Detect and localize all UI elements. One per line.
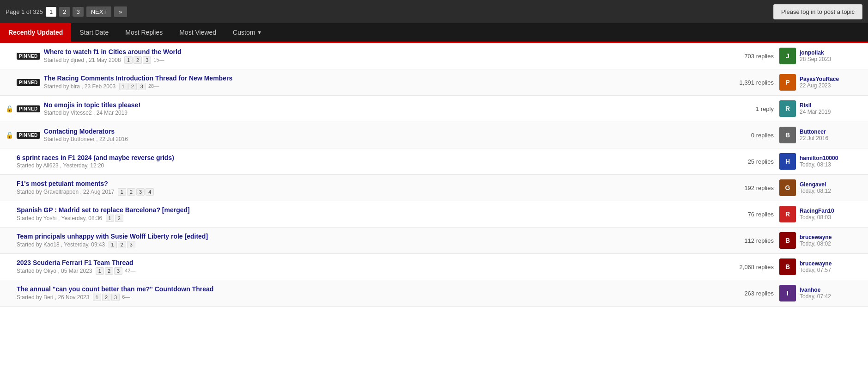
topic-info: 2023 Scuderia Ferrari F1 Team Thread Sta… — [17, 259, 137, 275]
topic-page-btn[interactable]: 2 — [134, 56, 142, 64]
reply-count: 263 replies — [732, 290, 774, 297]
reply-count: 1 reply — [732, 105, 774, 112]
topic-page-btn[interactable]: 1 — [118, 188, 126, 196]
topic-right: 263 replies I Ivanhoe Today, 07:42 — [732, 285, 862, 301]
page-2-button[interactable]: 2 — [59, 7, 70, 17]
topic-title[interactable]: Contacting Moderators — [44, 128, 115, 135]
topic-page-btn[interactable]: 2 — [115, 215, 123, 222]
user-details: RacingFan10 Today, 08:03 — [800, 208, 834, 221]
topic-author: Vitesse2 — [71, 110, 92, 116]
topic-title[interactable]: The annual "can you count better than me… — [17, 285, 213, 293]
topic-info: No emojis in topic titles please! Starte… — [44, 101, 140, 116]
username[interactable]: Buttoneer — [800, 129, 828, 135]
topic-page-btn[interactable]: 2 — [127, 188, 135, 196]
topic-page-btn[interactable]: 1 — [109, 241, 117, 248]
user-info: H hamilton10000 Today, 08:13 — [779, 153, 862, 170]
tab-custom[interactable]: Custom ▼ — [225, 23, 270, 42]
topic-page-btn[interactable]: 3 — [127, 241, 135, 248]
avatar-initial: I — [779, 285, 796, 301]
next-button[interactable]: NEXT — [86, 6, 112, 17]
topic-page-btn[interactable]: 3 — [138, 83, 146, 90]
table-row: 6 sprint races in F1 2024 (and maybe rev… — [0, 148, 868, 175]
avatar-initial: R — [779, 100, 796, 117]
lock-icon: 🔒 — [6, 105, 13, 112]
topic-left: 🔒 PINNED No emojis in topic titles pleas… — [6, 101, 725, 116]
chevron-down-icon: ▼ — [257, 30, 262, 35]
user-details: Buttoneer 22 Jul 2016 — [800, 129, 828, 141]
reply-count: 1,391 replies — [732, 79, 774, 86]
topic-title[interactable]: 6 sprint races in F1 2024 (and maybe rev… — [17, 154, 174, 161]
topic-page-btn[interactable]: 2 — [102, 294, 110, 301]
user-details: Risil 24 Mar 2019 — [800, 102, 831, 115]
reply-count: 192 replies — [732, 184, 774, 191]
username[interactable]: Ivanhoe — [800, 287, 831, 293]
topic-page-btn[interactable]: 2 — [105, 267, 113, 275]
avatar: P — [779, 74, 796, 91]
tab-recently-updated[interactable]: Recently Updated — [0, 23, 71, 42]
topic-meta: Started by djned , 21 May 2008 12315— — [44, 56, 182, 64]
username[interactable]: brucewayne — [800, 234, 832, 240]
avatar-initial: B — [779, 232, 796, 249]
pinned-badge: PINNED — [17, 53, 40, 60]
page-3-button[interactable]: 3 — [73, 7, 83, 17]
login-button[interactable]: Please log in to post a topic — [773, 4, 862, 19]
topic-right: 76 replies R RacingFan10 Today, 08:03 — [732, 206, 862, 222]
avatar-initial: B — [779, 258, 796, 275]
username[interactable]: RacingFan10 — [800, 208, 834, 214]
topic-page-btn[interactable]: 4 — [146, 188, 154, 196]
page-info-text: Page 1 of 325 — [6, 8, 43, 15]
topic-page-btn[interactable]: 3 — [111, 294, 120, 301]
user-info: I Ivanhoe Today, 07:42 — [779, 285, 862, 301]
topic-left: PINNED Where to watch f1 in Cities aroun… — [6, 48, 725, 64]
avatar-initial: G — [779, 179, 796, 196]
topic-page-btn[interactable]: 1 — [106, 215, 114, 222]
topic-title[interactable]: 2023 Scuderia Ferrari F1 Team Thread — [17, 259, 134, 266]
topic-title[interactable]: Spanish GP : Madrid set to replace Barce… — [17, 206, 190, 214]
topic-left: PINNED The Racing Comments Introduction … — [6, 74, 725, 90]
topic-right: 2,068 replies B brucewayne Today, 07:57 — [732, 258, 862, 275]
topic-page-btn[interactable]: 3 — [143, 56, 151, 64]
tab-most-replies[interactable]: Most Replies — [117, 23, 171, 42]
tab-most-viewed[interactable]: Most Viewed — [171, 23, 225, 42]
user-info: B Buttoneer 22 Jul 2016 — [779, 127, 862, 143]
table-row: Team principals unhappy with Susie Wolff… — [0, 228, 868, 254]
topic-page-btn[interactable]: 1 — [96, 267, 104, 275]
topic-page-btn[interactable]: 2 — [118, 241, 126, 248]
post-date: 24 Mar 2019 — [800, 109, 831, 115]
topic-title[interactable]: Where to watch f1 in Cities around the W… — [44, 48, 182, 55]
username[interactable]: Glengavel — [800, 181, 831, 188]
post-date: Today, 08:03 — [800, 214, 834, 221]
reply-count: 25 replies — [732, 158, 774, 165]
username[interactable]: Risil — [800, 102, 831, 109]
username[interactable]: PayasYouRace — [800, 76, 839, 82]
topic-title[interactable]: Team principals unhappy with Susie Wolff… — [17, 233, 208, 240]
table-row: Spanish GP : Madrid set to replace Barce… — [0, 201, 868, 228]
topic-page-btn[interactable]: 3 — [136, 188, 145, 196]
post-date: 22 Aug 2023 — [800, 82, 839, 89]
topic-title[interactable]: No emojis in topic titles please! — [44, 101, 140, 109]
avatar-initial: R — [779, 206, 796, 222]
tab-start-date[interactable]: Start Date — [71, 23, 117, 42]
topic-page-btn[interactable]: 2 — [128, 83, 137, 90]
topic-author: Buttoneer — [71, 136, 95, 142]
topic-left: 🔒 PINNED Contacting Moderators Started b… — [6, 128, 725, 142]
username[interactable]: brucewayne — [800, 260, 832, 267]
topic-page-btn[interactable]: 1 — [119, 83, 127, 90]
topic-page-btn[interactable]: 1 — [93, 294, 101, 301]
avatar-initial: P — [779, 74, 796, 91]
username[interactable]: jonpollak — [800, 49, 831, 56]
user-info: B brucewayne Today, 08:02 — [779, 232, 862, 249]
user-details: PayasYouRace 22 Aug 2023 — [800, 76, 839, 89]
topic-left: Team principals unhappy with Susie Wolff… — [6, 233, 725, 248]
topic-author: Okyo — [43, 268, 56, 274]
user-info: R RacingFan10 Today, 08:03 — [779, 206, 862, 222]
topic-page-btn[interactable]: 3 — [114, 267, 122, 275]
next-arrow-button[interactable]: » — [114, 6, 127, 17]
topic-author: Yoshi — [43, 215, 57, 221]
topic-title[interactable]: The Racing Comments Introduction Thread … — [44, 74, 232, 82]
username[interactable]: hamilton10000 — [800, 155, 838, 161]
topic-page-btn[interactable]: 1 — [124, 56, 133, 64]
page-1-button[interactable]: 1 — [46, 7, 56, 17]
topic-title[interactable]: F1's most petulant moments? — [17, 180, 108, 187]
topic-right: 1 reply R Risil 24 Mar 2019 — [732, 100, 862, 117]
